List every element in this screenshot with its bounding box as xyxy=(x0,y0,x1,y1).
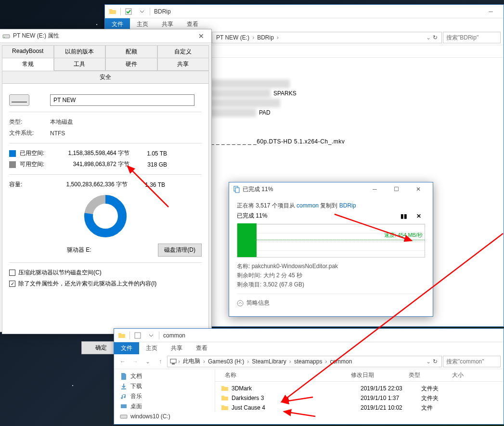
index-checkbox-row[interactable]: ✓ 除了文件属性外，还允许索引此驱动器上文件的内容(I) xyxy=(9,280,202,288)
tab-view[interactable]: 查看 xyxy=(180,18,205,30)
column-headers: 名称 修改日期 类型 大小 xyxy=(215,369,504,382)
copy-message: 正在将 3,517 个项目从 common 复制到 BDRip xyxy=(237,202,425,210)
dialog-title: 已完成 11% xyxy=(243,185,364,194)
compress-checkbox-row[interactable]: 压缩此驱动器以节约磁盘空间(C) xyxy=(9,269,202,277)
folder-icon xyxy=(221,404,229,412)
items-remaining: 3,502 (67.8 GB) xyxy=(263,281,304,288)
checkbox-checked-icon[interactable]: ✓ xyxy=(9,281,15,287)
dropdown-icon[interactable]: ⌄ xyxy=(426,358,431,365)
folder-icon xyxy=(118,332,126,339)
tab-share[interactable]: 共享 xyxy=(164,342,189,354)
breadcrumb[interactable]: › 此电脑› Games03 (H:)› SteamLibrary› steam… xyxy=(167,356,442,367)
breadcrumb[interactable]: PT NEW (E:) › BDRip › ⌄ ↻ xyxy=(212,32,442,43)
download-icon xyxy=(120,383,128,390)
tab-view[interactable]: 查看 xyxy=(189,342,214,354)
folder-icon xyxy=(221,394,229,402)
col-type[interactable]: 类型 xyxy=(405,371,448,379)
col-name[interactable]: 名称 xyxy=(221,371,347,379)
refresh-icon[interactable]: ↻ xyxy=(431,34,439,41)
tab-home[interactable]: 主页 xyxy=(139,342,164,354)
tab-hardware[interactable]: 硬件 xyxy=(105,58,157,71)
minimize-button[interactable]: ─ xyxy=(364,183,386,196)
pause-button[interactable]: ▮▮ xyxy=(397,213,411,219)
checkbox-icon[interactable] xyxy=(125,8,132,15)
tab-quota[interactable]: 配额 xyxy=(105,45,157,58)
crumb[interactable]: 此电脑 xyxy=(181,357,202,365)
desktop-icon xyxy=(120,403,128,411)
tab-customize[interactable]: 自定义 xyxy=(157,45,209,58)
file-row[interactable]: Darksiders 3 2019/1/10 1:37 文件夹 xyxy=(215,393,504,403)
tab-home[interactable]: 主页 xyxy=(130,18,155,30)
back-button[interactable]: ← xyxy=(117,356,129,367)
folder-icon xyxy=(109,8,116,15)
quick-access-toolbar: BDRip ─ xyxy=(105,5,504,18)
tab-tools[interactable]: 工具 xyxy=(54,58,106,71)
file-row[interactable]: Just Cause 4 2019/1/21 10:02 文件 xyxy=(215,403,504,413)
svg-rect-0 xyxy=(126,9,131,14)
tab-security[interactable]: 安全 xyxy=(2,71,209,84)
copy-icon xyxy=(233,185,241,193)
copy-progress-dialog: 已完成 11% ─ ☐ ✕ 正在将 3,517 个项目从 common 复制到 … xyxy=(229,182,433,317)
search-input[interactable] xyxy=(443,32,501,43)
close-button[interactable]: ✕ xyxy=(407,183,429,196)
quick-access-toolbar: common xyxy=(114,329,504,342)
tab-file[interactable]: 文件 xyxy=(105,18,130,30)
crumb-drive[interactable]: PT NEW (E:) xyxy=(214,34,251,41)
tab-general[interactable]: 常规 xyxy=(2,58,54,71)
crumb-folder[interactable]: BDRip xyxy=(255,34,276,41)
forward-button[interactable]: → xyxy=(129,356,141,367)
dropdown-icon[interactable] xyxy=(138,8,146,15)
chevron-up-icon xyxy=(237,300,244,307)
sidebar-item-downloads[interactable]: 下载 xyxy=(114,381,215,391)
sidebar-item-desktop[interactable]: 桌面 xyxy=(114,401,215,412)
file-row[interactable]: 3DMark 2019/1/15 22:03 文件夹 xyxy=(215,384,504,393)
up-button[interactable]: ↑ xyxy=(155,356,166,367)
tab-share[interactable]: 共享 xyxy=(155,18,180,30)
svg-rect-13 xyxy=(121,404,127,408)
col-size[interactable]: 大小 xyxy=(448,371,467,379)
dropdown-icon[interactable]: ⌄ xyxy=(426,34,431,41)
crumb[interactable]: common xyxy=(328,358,354,365)
drive-icon xyxy=(120,413,128,420)
drive-name-input[interactable] xyxy=(50,94,194,106)
drive-icon-large xyxy=(9,94,29,106)
tab-readyboost[interactable]: ReadyBoost xyxy=(2,45,54,58)
svg-rect-12 xyxy=(172,363,175,364)
maximize-button[interactable]: ☐ xyxy=(386,183,407,196)
checkbox-unchecked-icon[interactable] xyxy=(9,270,15,276)
watermark-logo-icon: 值 xyxy=(460,413,470,423)
tab-file[interactable]: 文件 xyxy=(114,342,139,354)
sidebar-item-music[interactable]: 音乐 xyxy=(114,391,215,401)
crumb[interactable]: steamapps xyxy=(292,358,324,365)
source-link[interactable]: common xyxy=(297,202,319,209)
folder-icon xyxy=(221,385,229,392)
current-file: pakchunk0-WindowsNoEditor.pak xyxy=(252,263,338,270)
crumb[interactable]: Games03 (H:) xyxy=(206,358,246,365)
tab-previous-versions[interactable]: 以前的版本 xyxy=(54,45,106,58)
dest-link[interactable]: BDRip xyxy=(339,202,356,209)
sidebar-item-drive-c[interactable]: windows10 (C:) xyxy=(114,412,215,421)
crumb[interactable]: SteamLibrary xyxy=(250,358,288,365)
watermark: 值 什么值得买 xyxy=(460,413,501,423)
minimize-button[interactable]: ─ xyxy=(480,5,502,18)
fewer-details-toggle[interactable]: 简略信息 xyxy=(237,294,425,307)
search-input[interactable] xyxy=(443,356,501,367)
speed-chart: 速度: 454 MB/秒 xyxy=(237,224,425,258)
speed-label: 速度: 454 MB/秒 xyxy=(384,232,423,239)
sidebar: 文档 下载 音乐 桌面 windows10 (C:) xyxy=(114,369,215,412)
cancel-copy-button[interactable]: ✕ xyxy=(413,213,425,219)
tab-sharing[interactable]: 共享 xyxy=(157,58,209,71)
file-list: 3DMark 2019/1/15 22:03 文件夹 Darksiders 3 … xyxy=(215,382,504,414)
col-date[interactable]: 修改日期 xyxy=(347,371,405,379)
close-button[interactable]: ✕ xyxy=(194,31,208,41)
ribbon-tabs: 文件 主页 共享 查看 xyxy=(114,342,504,354)
refresh-icon[interactable]: ↻ xyxy=(431,358,439,365)
dropdown-icon[interactable] xyxy=(147,332,155,339)
disk-cleanup-button[interactable]: 磁盘清理(D) xyxy=(158,244,202,257)
svg-rect-11 xyxy=(170,359,176,363)
checkbox-icon[interactable] xyxy=(134,332,142,339)
dialog-title: PT NEW (E:) 属性 xyxy=(2,32,194,40)
ribbon-tabs: 文件 主页 共享 查看 xyxy=(105,18,504,30)
sidebar-item-documents[interactable]: 文档 xyxy=(114,371,215,381)
recent-dropdown[interactable]: ⌄ xyxy=(142,356,154,367)
